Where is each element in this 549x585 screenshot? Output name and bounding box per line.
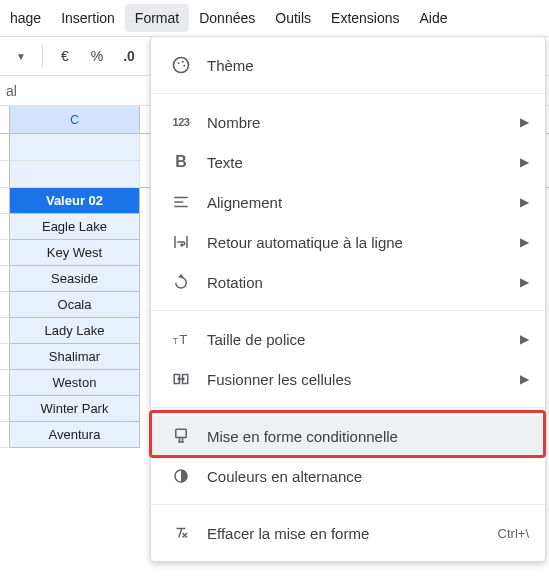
rotation-icon <box>171 272 191 292</box>
format-menu: Thème 123 Nombre ▶ B Texte ▶ Alignement … <box>150 36 546 562</box>
menu-item-conditional-formatting[interactable]: Mise en forme conditionnelle <box>151 416 545 456</box>
menu-item-wrap[interactable]: Retour automatique à la ligne ▶ <box>151 222 545 262</box>
menu-item-label: Fusionner les cellules <box>207 371 504 388</box>
menu-insertion[interactable]: Insertion <box>51 4 125 32</box>
svg-text:T: T <box>179 332 187 347</box>
menu-item-label: Rotation <box>207 274 504 291</box>
conditional-format-icon <box>171 426 191 446</box>
separator <box>151 93 545 94</box>
menu-aide[interactable]: Aide <box>410 4 458 32</box>
separator <box>151 504 545 505</box>
formula-text: al <box>6 83 17 99</box>
half-circle-icon <box>171 466 191 486</box>
menu-item-alternating-colors[interactable]: Couleurs en alternance <box>151 456 545 496</box>
decimal-icon: .0 <box>123 48 135 64</box>
menu-item-clear-formatting[interactable]: Effacer la mise en forme Ctrl+\ <box>151 513 545 553</box>
submenu-arrow-icon: ▶ <box>520 115 529 129</box>
bold-icon: B <box>171 152 191 172</box>
cell[interactable]: Weston <box>10 370 140 396</box>
svg-rect-4 <box>174 197 188 199</box>
wrap-icon <box>171 232 191 252</box>
menu-extensions[interactable]: Extensions <box>321 4 409 32</box>
menu-item-label: Retour automatique à la ligne <box>207 234 504 251</box>
currency-button[interactable]: € <box>51 41 79 71</box>
svg-point-1 <box>178 62 180 64</box>
cell[interactable] <box>10 161 140 188</box>
cell-header[interactable]: Valeur 02 <box>10 188 140 214</box>
decrease-decimal-button[interactable]: .0 <box>115 41 143 71</box>
clear-format-icon <box>171 523 191 543</box>
menu-item-label: Taille de police <box>207 331 504 348</box>
menu-format[interactable]: Format <box>125 4 189 32</box>
separator <box>151 310 545 311</box>
menu-donnees[interactable]: Données <box>189 4 265 32</box>
svg-text:T: T <box>173 336 178 346</box>
submenu-arrow-icon: ▶ <box>520 235 529 249</box>
menu-item-theme[interactable]: Thème <box>151 45 545 85</box>
cell[interactable]: Winter Park <box>10 396 140 422</box>
menu-item-label: Nombre <box>207 114 504 131</box>
align-icon <box>171 192 191 212</box>
menu-affichage[interactable]: hage <box>0 4 51 32</box>
menu-item-text[interactable]: B Texte ▶ <box>151 142 545 182</box>
cell[interactable]: Aventura <box>10 422 140 448</box>
palette-icon <box>171 55 191 75</box>
cell[interactable] <box>10 134 140 161</box>
menu-item-fontsize[interactable]: TT Taille de police ▶ <box>151 319 545 359</box>
menu-item-align[interactable]: Alignement ▶ <box>151 182 545 222</box>
col-header-c[interactable]: C <box>10 106 140 133</box>
shortcut-label: Ctrl+\ <box>498 526 529 541</box>
svg-rect-11 <box>176 429 187 437</box>
svg-point-3 <box>183 65 185 67</box>
submenu-arrow-icon: ▶ <box>520 275 529 289</box>
menubar: hage Insertion Format Données Outils Ext… <box>0 0 549 36</box>
submenu-arrow-icon: ▶ <box>520 155 529 169</box>
svg-point-0 <box>174 58 189 73</box>
menu-outils[interactable]: Outils <box>265 4 321 32</box>
menu-item-label: Couleurs en alternance <box>207 468 529 485</box>
menu-item-label: Mise en forme conditionnelle <box>207 428 529 445</box>
merge-icon <box>171 369 191 389</box>
cell[interactable]: Key West <box>10 240 140 266</box>
svg-rect-6 <box>174 206 188 208</box>
separator <box>42 45 43 67</box>
corner-cell[interactable] <box>0 106 10 133</box>
menu-item-number[interactable]: 123 Nombre ▶ <box>151 102 545 142</box>
svg-point-2 <box>182 61 184 63</box>
toolbar-more-dropdown[interactable]: ▼ <box>6 41 34 71</box>
separator <box>151 407 545 408</box>
submenu-arrow-icon: ▶ <box>520 372 529 386</box>
percent-button[interactable]: % <box>83 41 111 71</box>
menu-item-merge[interactable]: Fusionner les cellules ▶ <box>151 359 545 399</box>
menu-item-rotation[interactable]: Rotation ▶ <box>151 262 545 302</box>
cell[interactable]: Lady Lake <box>10 318 140 344</box>
menu-item-label: Thème <box>207 57 529 74</box>
number-icon: 123 <box>171 112 191 132</box>
cell[interactable]: Ocala <box>10 292 140 318</box>
submenu-arrow-icon: ▶ <box>520 332 529 346</box>
submenu-arrow-icon: ▶ <box>520 195 529 209</box>
menu-item-label: Texte <box>207 154 504 171</box>
menu-item-label: Alignement <box>207 194 504 211</box>
svg-rect-5 <box>174 201 183 203</box>
cell[interactable]: Shalimar <box>10 344 140 370</box>
menu-item-label: Effacer la mise en forme <box>207 525 482 542</box>
cell[interactable]: Seaside <box>10 266 140 292</box>
cell[interactable]: Eagle Lake <box>10 214 140 240</box>
fontsize-icon: TT <box>171 329 191 349</box>
